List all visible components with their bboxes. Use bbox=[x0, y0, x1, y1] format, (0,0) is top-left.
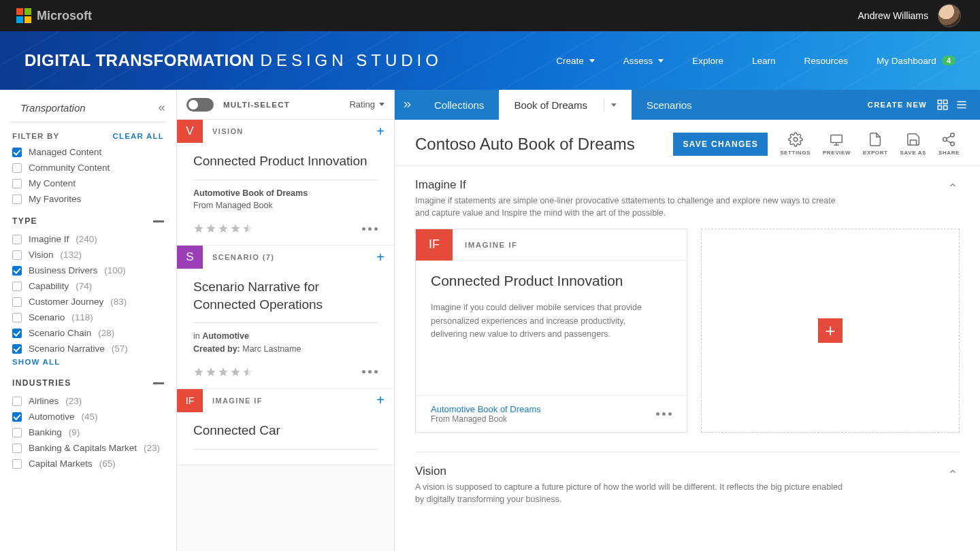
checkbox-icon bbox=[12, 329, 22, 338]
industries-filter-list: Airlines (23)Automotive (45)Banking (9)B… bbox=[12, 396, 164, 469]
tab-scenarios[interactable]: Scenarios bbox=[632, 90, 707, 120]
section-title: Imagine If bbox=[415, 178, 851, 192]
imagine-if-card[interactable]: IF IMAGINE IF Connected Product Innovati… bbox=[415, 229, 687, 433]
svg-rect-12 bbox=[938, 100, 941, 103]
checkbox-icon bbox=[12, 397, 22, 406]
grid-view-icon[interactable] bbox=[936, 99, 949, 111]
card-more-menu[interactable] bbox=[362, 227, 378, 231]
filter-label: Scenario Chain bbox=[29, 328, 91, 338]
industries-section-header[interactable]: INDUSTRIES bbox=[12, 378, 164, 388]
global-topbar: Microsoft Andrew Williams bbox=[0, 0, 980, 31]
filter-checkbox[interactable]: Scenario Narrative (57) bbox=[12, 344, 164, 354]
filter-count: (57) bbox=[112, 344, 128, 354]
imagine-if-section: Imagine If Imagine if statements are sim… bbox=[415, 166, 960, 445]
filter-checkbox[interactable]: Managed Content bbox=[12, 147, 164, 157]
workspace: Collections Book of Dreams Scenarios CRE… bbox=[395, 90, 980, 551]
filter-count: (23) bbox=[65, 396, 82, 406]
filter-checkbox[interactable]: Banking & Capitals Market (23) bbox=[12, 443, 164, 453]
checkbox-icon bbox=[12, 179, 22, 188]
filter-checkbox[interactable]: My Content bbox=[12, 178, 164, 188]
svg-marker-5 bbox=[231, 224, 240, 233]
result-card[interactable]: V VISION + Connected Product Innovation … bbox=[177, 120, 394, 246]
preview-button[interactable]: PREVIEW bbox=[823, 132, 851, 156]
nav-resources[interactable]: Resources bbox=[804, 56, 849, 66]
filter-label: Automotive bbox=[29, 412, 75, 422]
card-type-label: IMAGINE IF bbox=[212, 397, 263, 405]
filter-count: (65) bbox=[99, 458, 116, 469]
filter-checkbox[interactable]: Automotive (45) bbox=[12, 412, 164, 422]
filter-checkbox[interactable]: Vision (132) bbox=[12, 250, 164, 260]
nav-assess[interactable]: Assess bbox=[623, 56, 664, 66]
checkbox-icon bbox=[12, 428, 22, 437]
checkbox-icon bbox=[12, 412, 22, 422]
filter-checkbox[interactable]: Community Content bbox=[12, 163, 164, 173]
multi-select-toggle[interactable] bbox=[186, 98, 214, 112]
card-type-badge: IF bbox=[177, 389, 203, 412]
svg-point-24 bbox=[943, 137, 947, 141]
card-source-link[interactable]: Automotive Book of Dreams bbox=[431, 404, 541, 414]
filter-checkbox[interactable]: Imagine If (240) bbox=[12, 234, 164, 244]
share-button[interactable]: SHARE bbox=[938, 132, 960, 156]
result-card[interactable]: S SCENARIO (7) + Scenario Narrative for … bbox=[177, 246, 394, 389]
filter-checkbox[interactable]: Customer Journey (83) bbox=[12, 297, 164, 307]
show-all-button[interactable]: SHOW ALL bbox=[12, 358, 164, 366]
vision-section: Vision A vision is supposed to capture a… bbox=[415, 452, 960, 518]
card-more-menu[interactable] bbox=[656, 412, 672, 416]
save-changes-button[interactable]: SAVE CHANGES bbox=[673, 133, 768, 156]
sort-control[interactable]: Rating bbox=[349, 99, 385, 110]
nav-explore[interactable]: Explore bbox=[692, 56, 723, 66]
expand-results-icon[interactable] bbox=[395, 90, 419, 120]
card-title: Connected Product Innovation bbox=[193, 152, 378, 170]
filter-checkbox[interactable]: Scenario Chain (28) bbox=[12, 328, 164, 338]
collapse-panel-icon[interactable] bbox=[150, 103, 167, 113]
card-more-menu[interactable] bbox=[362, 370, 378, 373]
filter-checkbox[interactable]: Banking (9) bbox=[12, 427, 164, 437]
user-area[interactable]: Andrew Williams bbox=[858, 4, 961, 27]
create-new-button[interactable]: CREATE NEW bbox=[868, 101, 927, 109]
add-card-button[interactable]: + bbox=[376, 250, 385, 265]
filter-label: Banking & Capitals Market bbox=[29, 443, 137, 453]
filter-checkbox[interactable]: Airlines (23) bbox=[12, 396, 164, 406]
card-type-badge: S bbox=[177, 246, 203, 269]
checkbox-icon bbox=[12, 195, 22, 204]
filter-checkbox[interactable]: Capital Markets (65) bbox=[12, 458, 164, 469]
multi-select-label: MULTI-SELECT bbox=[223, 101, 290, 109]
filter-checkbox[interactable]: Scenario (118) bbox=[12, 312, 164, 322]
filter-checkbox[interactable]: Business Drivers (100) bbox=[12, 265, 164, 276]
tab-dropdown[interactable] bbox=[604, 98, 623, 112]
tab-book-of-dreams[interactable]: Book of Dreams bbox=[499, 90, 632, 120]
save-as-button[interactable]: SAVE AS bbox=[900, 132, 926, 156]
add-card-button[interactable]: + bbox=[376, 393, 385, 408]
filter-by-label: FILTER BY bbox=[12, 132, 59, 140]
user-avatar[interactable] bbox=[938, 4, 961, 27]
svg-rect-13 bbox=[944, 100, 947, 103]
type-section-header[interactable]: TYPE bbox=[12, 216, 164, 226]
export-button[interactable]: EXPORT bbox=[863, 132, 888, 156]
svg-rect-15 bbox=[944, 106, 947, 110]
checkbox-icon bbox=[12, 313, 22, 322]
svg-rect-14 bbox=[938, 106, 941, 110]
tab-collections[interactable]: Collections bbox=[419, 90, 499, 120]
nav-create[interactable]: Create bbox=[556, 56, 595, 66]
collapse-section-button[interactable] bbox=[946, 465, 960, 478]
result-card[interactable]: IF IMAGINE IF + Connected Car bbox=[177, 389, 394, 465]
filter-checkbox[interactable]: My Favorites bbox=[12, 194, 164, 204]
clear-all-button[interactable]: CLEAR ALL bbox=[112, 132, 164, 140]
add-card-button[interactable]: + bbox=[376, 124, 385, 139]
svg-marker-2 bbox=[194, 224, 203, 233]
type-filter-list: Imagine If (240)Vision (132)Business Dri… bbox=[12, 234, 164, 354]
search-row bbox=[10, 90, 167, 122]
nav-my-dashboard[interactable]: My Dashboard 4 bbox=[877, 56, 956, 66]
list-view-icon[interactable] bbox=[956, 99, 968, 111]
settings-button[interactable]: SETTINGS bbox=[780, 132, 811, 156]
search-input[interactable] bbox=[20, 99, 150, 116]
filter-label: Capital Markets bbox=[29, 458, 93, 469]
microsoft-logo[interactable]: Microsoft bbox=[16, 8, 92, 23]
collapse-section-button[interactable] bbox=[946, 178, 960, 192]
nav-learn[interactable]: Learn bbox=[752, 56, 776, 66]
primary-nav: Create Assess Explore Learn Resources My… bbox=[556, 56, 956, 66]
microsoft-wordmark: Microsoft bbox=[37, 9, 92, 23]
add-card-placeholder[interactable]: + bbox=[701, 229, 960, 433]
filter-checkbox[interactable]: Capability (74) bbox=[12, 281, 164, 291]
filter-count: (100) bbox=[104, 265, 126, 276]
